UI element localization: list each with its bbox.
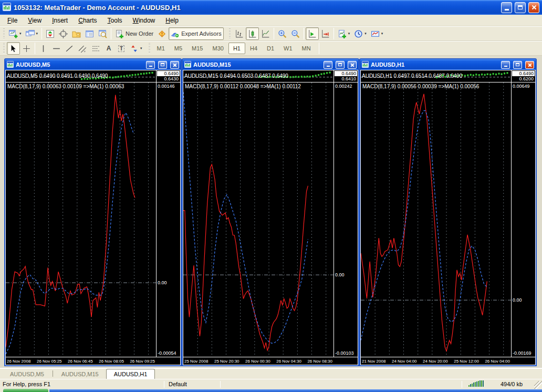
time-axis[interactable]: 21 Nov 2008 24 Nov 04:00 24 Nov 20:00 25… xyxy=(361,357,535,365)
status-profile[interactable]: Default xyxy=(164,381,220,387)
fibonacci-icon xyxy=(91,44,100,53)
timeframe-h4-button[interactable]: H4 xyxy=(245,43,262,54)
resize-grip[interactable] xyxy=(534,381,542,389)
menu-file[interactable]: File xyxy=(2,15,23,26)
chart-shift-button[interactable] xyxy=(319,27,332,40)
menu-insert[interactable]: Insert xyxy=(47,15,73,26)
toolbar-grip[interactable] xyxy=(3,28,5,39)
zoom-out-button[interactable] xyxy=(289,27,302,40)
candlestick-chart-button[interactable] xyxy=(246,27,259,40)
timeframe-m30-button[interactable]: M30 xyxy=(207,43,228,54)
templates-button[interactable]: ▾ xyxy=(369,27,385,40)
chart-client-area[interactable]: AUDUSD,M5 0.6490 0.6491 0.6490 0.6490 0.… xyxy=(5,70,181,365)
timeframe-m5-button[interactable]: M5 xyxy=(170,43,187,54)
toolbar-grip[interactable] xyxy=(149,43,150,54)
close-button[interactable] xyxy=(528,2,539,13)
timeframe-m15-button[interactable]: M15 xyxy=(187,43,207,54)
trendline-icon xyxy=(65,44,74,53)
data-window-button[interactable] xyxy=(57,27,70,40)
time-axis[interactable]: 25 Nov 2008 25 Nov 20:30 26 Nov 00:30 26… xyxy=(183,357,358,365)
chart-client-area[interactable]: AUDUSD,H1 0.6497 0.6514 0.6487 0.6490 0.… xyxy=(360,70,536,365)
chart-title-bar[interactable]: AUDUSD,M5 xyxy=(5,59,181,70)
price-scale-low: 0.6430 xyxy=(157,76,180,81)
macd-pane[interactable]: MACD(8,17,9) 0.00056 0.00039 =>MA(1) 0.0… xyxy=(361,82,535,357)
minimize-button[interactable] xyxy=(501,2,512,13)
chart-minimize-button[interactable] xyxy=(501,61,510,69)
arrows-tool-button[interactable]: ▾ xyxy=(128,42,144,55)
menu-window[interactable]: Window xyxy=(128,15,161,26)
toolbar-grip[interactable] xyxy=(229,28,231,39)
equidistant-channel-tool-button[interactable] xyxy=(76,42,89,55)
price-scale-low: 0.6200 xyxy=(512,76,535,81)
chevron-down-icon: ▾ xyxy=(36,32,38,36)
chart-window-audusd-m5[interactable]: AUDUSD,M5 AUDUSD,M5 0.6490 0.6491 0.6490… xyxy=(4,58,182,366)
chart-minimize-button[interactable] xyxy=(324,61,332,69)
expert-advisors-button[interactable]: Expert Advisors xyxy=(169,27,223,40)
chart-title-bar[interactable]: AUDUSD,H1 xyxy=(360,59,536,70)
chart-title-bar[interactable]: AUDUSD,M15 xyxy=(183,59,358,70)
chart-maximize-button[interactable] xyxy=(513,61,522,69)
macd-pane[interactable]: MACD(8,17,9) 0.00112 0.00048 =>MA(1) 0.0… xyxy=(183,82,358,357)
chart-window-audusd-m15[interactable]: AUDUSD,M15 AUDUSD,M15 0.6494 0.6503 0.64… xyxy=(182,58,359,366)
toolbar-grip[interactable] xyxy=(3,43,5,54)
terminal-button[interactable] xyxy=(83,27,96,40)
profiles-button[interactable]: ▾ xyxy=(24,27,40,40)
status-separator xyxy=(220,381,221,388)
timeframe-m1-button[interactable]: M1 xyxy=(152,43,170,54)
timeframe-d1-button[interactable]: D1 xyxy=(262,43,279,54)
new-order-button[interactable]: New Order xyxy=(113,27,155,40)
new-chart-button[interactable]: ▾ xyxy=(7,27,24,40)
macd-pane[interactable]: MACD(8,17,9) 0.00063 0.00109 =>MA(1) 0.0… xyxy=(6,82,180,357)
menu-view[interactable]: View xyxy=(23,15,47,26)
fibonacci-tool-button[interactable] xyxy=(89,42,102,55)
bar-chart-button[interactable] xyxy=(233,27,246,40)
crosshair-tool-button[interactable] xyxy=(20,42,33,55)
price-pane[interactable]: AUDUSD,H1 0.6497 0.6514 0.6487 0.6490 0.… xyxy=(361,70,535,82)
toolbar-separator xyxy=(274,28,274,39)
market-watch-icon xyxy=(46,29,55,38)
periods-button[interactable]: ▾ xyxy=(352,27,369,40)
status-bar: For Help, press F1 Default 494/0 kb xyxy=(0,379,542,389)
navigator-button[interactable] xyxy=(70,27,83,40)
market-watch-button[interactable] xyxy=(44,27,57,40)
text-label-tool-button[interactable]: T xyxy=(115,42,128,55)
cursor-tool-button[interactable] xyxy=(7,42,20,55)
indicators-button[interactable]: ▾ xyxy=(336,27,352,40)
auto-scroll-button[interactable] xyxy=(306,27,319,40)
chart-window-audusd-h1[interactable]: AUDUSD,H1 AUDUSD,H1 0.6497 0.6514 0.6487… xyxy=(359,58,537,366)
tab-audusd-m15[interactable]: AUDUSD,M15 xyxy=(54,370,106,379)
app-icon xyxy=(3,3,11,13)
tab-audusd-m5[interactable]: AUDUSD,M5 xyxy=(3,370,51,379)
tab-audusd-h1[interactable]: AUDUSD,H1 xyxy=(106,369,155,379)
time-axis[interactable]: 26 Nov 2008 26 Nov 05:25 26 Nov 06:45 26… xyxy=(6,357,180,365)
price-pane[interactable]: AUDUSD,M5 0.6490 0.6491 0.6490 0.6490 0.… xyxy=(6,70,180,82)
chart-minimize-button[interactable] xyxy=(146,61,155,69)
maximize-icon xyxy=(516,63,519,66)
horizontal-line-tool-button[interactable] xyxy=(50,42,63,55)
chart-client-area[interactable]: AUDUSD,M15 0.6494 0.6503 0.6487 0.6490 0… xyxy=(183,70,358,365)
maximize-button[interactable] xyxy=(515,2,526,13)
indicator-scale: 0.00242 0.00 -0.00103 xyxy=(334,82,358,357)
chart-close-button[interactable] xyxy=(525,61,534,69)
chart-close-button[interactable] xyxy=(170,61,179,69)
timeframe-w1-button[interactable]: W1 xyxy=(279,43,297,54)
chart-close-button[interactable] xyxy=(348,61,357,69)
scale-zero: 0.00 xyxy=(158,280,167,285)
price-pane[interactable]: AUDUSD,M15 0.6494 0.6503 0.6487 0.6490 0… xyxy=(183,70,358,82)
trendline-tool-button[interactable] xyxy=(63,42,76,55)
vertical-line-tool-button[interactable] xyxy=(37,42,50,55)
menu-help[interactable]: Help xyxy=(160,15,184,26)
metaeditor-button[interactable] xyxy=(155,27,169,40)
menu-tools[interactable]: Tools xyxy=(102,15,128,26)
line-chart-button[interactable] xyxy=(259,27,272,40)
text-tool-button[interactable]: A xyxy=(102,42,115,55)
start-button-edge xyxy=(3,389,48,392)
strategy-tester-button[interactable] xyxy=(96,27,109,40)
zoom-in-button[interactable] xyxy=(276,27,289,40)
timeframe-mn-button[interactable]: MN xyxy=(297,43,316,54)
menu-charts[interactable]: Charts xyxy=(73,15,102,26)
chart-maximize-button[interactable] xyxy=(158,61,167,69)
timeframe-h1-button[interactable]: H1 xyxy=(228,43,245,54)
close-icon xyxy=(528,63,531,67)
chart-maximize-button[interactable] xyxy=(336,61,345,69)
